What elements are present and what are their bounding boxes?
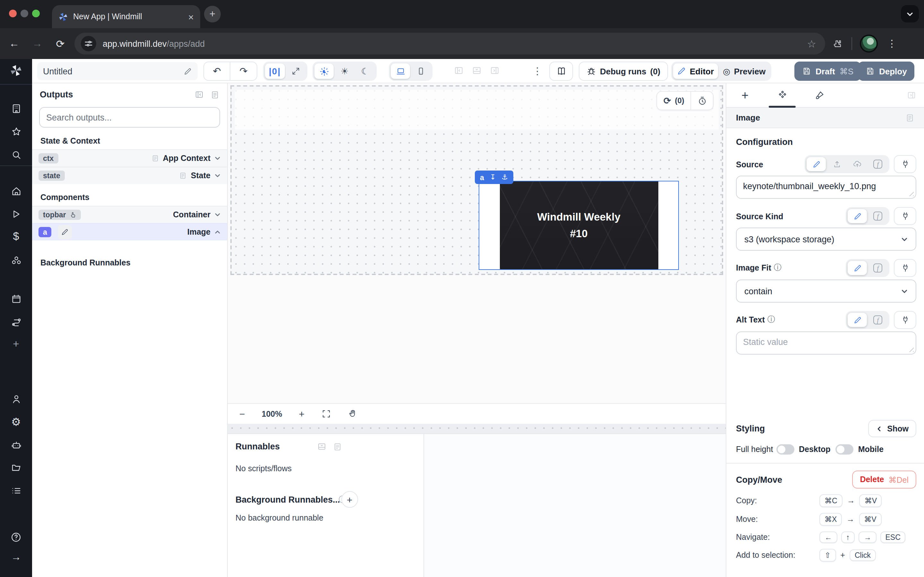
outputs-search-input[interactable] [46,113,213,122]
add-item-icon[interactable]: + [0,338,32,351]
resize-handle[interactable] [908,346,914,352]
site-info-icon[interactable] [81,36,96,51]
toggle-left-panel-icon[interactable] [454,65,464,76]
routes-icon[interactable] [0,316,32,328]
tab-close-icon[interactable]: × [188,11,194,22]
redo-button[interactable]: ↷ [230,62,257,80]
function-icon[interactable]: f [868,157,887,171]
undo-button[interactable]: ↶ [204,62,230,80]
docs-icon[interactable] [905,113,914,122]
browser-tab[interactable]: New App | Windmill × [52,5,200,28]
chevron-down-icon[interactable] [214,211,221,218]
chevron-down-icon[interactable] [214,155,221,161]
draft-button[interactable]: Draft⌘S [795,61,861,81]
docs-panel-icon[interactable] [333,442,342,451]
outputs-search[interactable] [39,107,220,127]
reload-button[interactable]: ⟳ [51,35,69,53]
collapse-bottom-panel-icon[interactable] [317,442,326,451]
connect-plug-icon[interactable] [894,155,916,173]
light-theme-sun-icon[interactable]: ☀ [335,63,354,79]
mobile-view-button[interactable] [411,63,431,79]
deploy-button[interactable]: Deploy [858,61,915,81]
home-icon[interactable] [0,185,32,197]
show-styling-button[interactable]: Show [868,420,916,437]
static-pencil-icon[interactable] [848,209,867,223]
full-height-desktop-toggle[interactable] [776,444,795,455]
styling-tab[interactable] [801,83,838,107]
refresh-button[interactable]: ⟳ (0) [657,92,691,110]
center-content-button[interactable]: |0| [265,63,284,79]
schedules-calendar-icon[interactable] [0,292,32,305]
chevron-down-icon[interactable] [214,172,221,179]
connect-plug-icon[interactable] [894,259,916,277]
static-pencil-icon[interactable] [806,157,826,171]
connect-plug-icon[interactable] [894,207,916,225]
docs-book-button[interactable] [549,61,573,81]
debug-runs-button[interactable]: Debug runs(0) [579,61,668,81]
image-component-selected[interactable]: Windmill Weekly #10 [479,181,679,270]
runs-play-icon[interactable] [0,208,32,221]
output-row-ctx[interactable]: ctx App Context [32,149,227,167]
resize-handle[interactable] [908,190,914,196]
browser-menu-icon[interactable]: ⋮ [883,35,901,53]
logs-list-icon[interactable] [0,484,32,497]
selected-component-chip[interactable]: a ↧ ⚓ [475,171,513,184]
anchor-icon[interactable]: ⚓ [501,173,508,181]
component-settings-tab[interactable] [764,83,801,107]
component-row-a[interactable]: a Image [32,223,227,240]
auto-theme-button[interactable] [314,63,334,79]
pan-hand-icon[interactable] [347,409,357,419]
connect-plug-icon[interactable] [894,311,916,329]
toggle-bottom-panel-icon[interactable] [472,65,482,76]
source-kind-select[interactable]: s3 (workspace storage) [736,227,916,251]
alt-text-field[interactable]: Static value [736,332,916,355]
fullscreen-arrows-icon[interactable] [286,63,305,79]
expand-sidebar-icon[interactable]: → [0,551,32,564]
preview-tab[interactable]: ◎ Preview [719,63,769,79]
source-value-field[interactable]: keynote/thumbnail_weekly_10.png [736,176,916,199]
search-icon[interactable] [0,148,32,161]
bookmark-star-icon[interactable]: ☆ [807,37,816,50]
new-tab-button[interactable]: + [204,6,221,23]
windmill-logo[interactable] [0,64,32,77]
workers-robot-icon[interactable] [0,438,32,451]
topbar-container-component[interactable] [235,90,719,129]
upload-icon[interactable] [827,157,846,171]
component-row-topbar[interactable]: topbar Container [32,206,227,223]
rename-pencil-icon[interactable] [58,225,72,239]
folders-icon[interactable] [0,461,32,474]
more-options-icon[interactable]: ⋮ [533,65,542,77]
workspace-icon[interactable] [0,102,32,115]
settings-gear-icon[interactable]: ⚙ [0,416,32,428]
editor-tab[interactable]: Editor [673,63,718,79]
static-pencil-icon[interactable] [848,313,867,327]
back-button[interactable]: ← [5,35,23,53]
close-window-button[interactable] [9,10,17,17]
chevron-up-icon[interactable] [214,229,221,235]
add-background-runnable-button[interactable]: + [341,491,358,508]
function-icon[interactable]: f [868,209,887,223]
topbar-badge[interactable]: topbar [39,210,81,220]
static-pencil-icon[interactable] [848,261,867,275]
toggle-right-panel-icon[interactable] [489,65,500,76]
favorites-star-icon[interactable] [0,125,32,138]
collapse-right-panel-icon[interactable] [907,90,916,100]
function-icon[interactable]: f [868,261,887,275]
insert-component-tab[interactable]: + [726,83,764,107]
output-row-state[interactable]: state State [32,167,227,184]
minimize-window-button[interactable] [21,10,28,17]
profile-avatar[interactable] [860,35,878,53]
resources-cubes-icon[interactable] [0,254,32,267]
help-icon[interactable] [0,531,32,544]
collapse-panel-icon[interactable] [194,90,204,99]
zoom-window-button[interactable] [32,10,40,17]
fit-view-icon[interactable] [321,409,331,419]
delete-button[interactable]: Delete ⌘Del [852,471,916,488]
desktop-view-button[interactable] [391,63,410,79]
edit-title-pencil-icon[interactable] [184,67,192,75]
variables-dollar-icon[interactable]: $ [0,230,32,243]
dark-theme-moon-icon[interactable]: ☾ [355,63,375,79]
app-canvas[interactable]: ⟳ (0) a ↧ ⚓ Windmill Weekly #10 − 100% + [228,83,726,577]
cloud-upload-icon[interactable] [848,157,867,171]
zoom-out-button[interactable]: − [239,408,245,419]
